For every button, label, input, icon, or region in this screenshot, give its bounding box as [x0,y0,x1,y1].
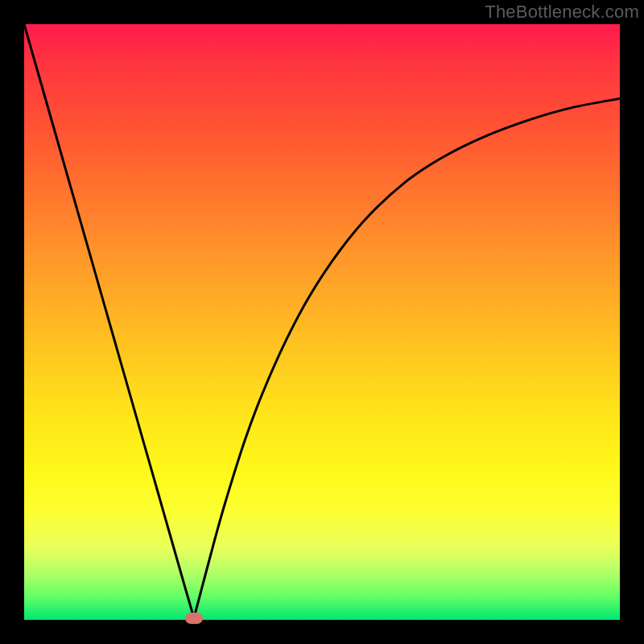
curve-layer [24,24,620,620]
curve-left-branch [24,24,194,618]
chart-frame: TheBottleneck.com [0,0,644,644]
plot-area [24,24,620,620]
curve-right-branch [194,99,620,618]
watermark-text: TheBottleneck.com [485,2,639,23]
minimum-marker [185,613,203,624]
